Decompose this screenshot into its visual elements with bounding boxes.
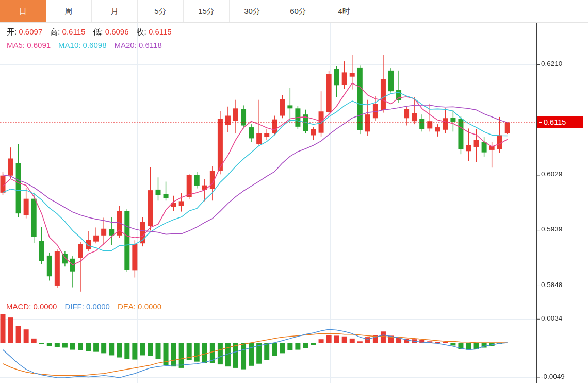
info-value: 0.6118 <box>137 41 162 49</box>
info-ma-item: MA10: 0.6098 <box>58 41 106 49</box>
y-axis-label: 0.5939 <box>541 225 562 233</box>
info-macd-item: DEA: 0.0000 <box>118 302 161 311</box>
y-axis-label: 0.6210 <box>541 60 562 68</box>
y-axis-label: 0.5848 <box>541 281 562 289</box>
tab-4hour[interactable]: 4时 <box>321 0 367 22</box>
info-ohlc-item: 高: 0.6115 <box>50 27 85 36</box>
tab-15min[interactable]: 15分 <box>184 0 230 22</box>
y-axis-label: 0.6029 <box>541 170 562 178</box>
macd-info-row: MACD: 0.0000DIFF: 0.0000DEA: 0.0000 <box>6 302 169 311</box>
info-value: 0.6091 <box>25 41 51 49</box>
info-ma-item: MA5: 0.6091 <box>7 41 51 49</box>
info-value: 0.6115 <box>60 27 85 36</box>
info-label: 开: <box>7 27 17 36</box>
info-ohlc-item: 低: 0.6096 <box>93 27 128 36</box>
info-label: 收: <box>137 27 146 36</box>
info-macd-item: MACD: 0.0000 <box>6 302 57 311</box>
y-axis-label: -0.0049 <box>541 373 565 380</box>
tab-60min[interactable]: 60分 <box>275 0 321 22</box>
info-label: 低: <box>93 27 103 36</box>
info-value: 0.6098 <box>80 41 106 49</box>
info-ohlc-item: 开: 0.6097 <box>7 27 42 36</box>
info-value: 0.0000 <box>136 302 161 311</box>
info-label: DIFF: <box>64 302 84 311</box>
info-label: MA10: <box>58 41 80 49</box>
current-price-value: 0.6115 <box>544 118 566 126</box>
kline-chart-canvas[interactable] <box>0 0 588 386</box>
info-value: 0.0000 <box>31 302 57 311</box>
info-label: 高: <box>50 27 60 36</box>
info-label: DEA: <box>118 302 136 311</box>
kline-chart-app: 日周月5分15分30分60分4时 开: 0.6097高: 0.6115低: 0.… <box>0 0 588 386</box>
info-value: 0.6096 <box>103 27 129 36</box>
tab-month[interactable]: 月 <box>92 0 138 22</box>
tab-30min[interactable]: 30分 <box>230 0 275 22</box>
info-ohlc-item: 收: 0.6115 <box>137 27 172 36</box>
current-price-badge: 0.6115 <box>537 116 583 128</box>
info-label: MA20: <box>114 41 136 49</box>
ohlc-info-row: 开: 0.6097高: 0.6115低: 0.6096收: 0.6115 <box>7 27 179 37</box>
info-label: MA5: <box>7 41 25 49</box>
y-axis-label: 0.0034 <box>541 314 562 322</box>
info-label: MACD: <box>6 302 31 311</box>
period-tabbar: 日周月5分15分30分60分4时 <box>0 0 588 23</box>
info-value: 0.6097 <box>17 27 42 36</box>
info-value: 0.0000 <box>84 302 110 311</box>
info-macd-item: DIFF: 0.0000 <box>64 302 110 311</box>
ma-info-row: MA5: 0.6091MA10: 0.6098MA20: 0.6118 <box>7 41 170 49</box>
price-badge-tick <box>539 122 542 123</box>
info-ma-item: MA20: 0.6118 <box>114 41 161 49</box>
tab-day[interactable]: 日 <box>0 0 46 22</box>
tab-week[interactable]: 周 <box>46 0 92 22</box>
tab-5min[interactable]: 5分 <box>138 0 184 22</box>
info-value: 0.6115 <box>146 27 172 36</box>
tabbar-filler <box>367 0 588 22</box>
